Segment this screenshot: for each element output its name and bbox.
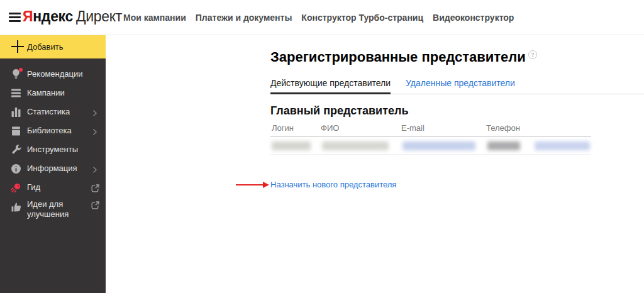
column-header-login: Логин xyxy=(272,123,294,133)
logo-letter: Я xyxy=(23,8,33,25)
sidebar-item-library[interactable]: Библиотека xyxy=(0,121,106,140)
nav-video-builder[interactable]: Видеоконструктор xyxy=(433,13,514,23)
thumbs-up-icon xyxy=(11,202,21,213)
sidebar-item-label: Идеи для улучшения xyxy=(27,199,82,219)
sidebar-item-label: Гид xyxy=(27,182,40,192)
top-navigation: Мои кампании Платежи и документы Констру… xyxy=(123,0,514,35)
external-link-icon xyxy=(91,184,99,191)
sidebar-item-campaigns[interactable]: Кампании xyxy=(0,84,106,102)
redacted-cell-fio xyxy=(322,141,389,150)
notification-dot xyxy=(19,68,23,72)
lightbulb-icon xyxy=(11,69,21,80)
hamburger-menu-icon[interactable] xyxy=(9,13,21,22)
help-icon[interactable]: ? xyxy=(528,50,537,59)
sidebar-item-label: Кампании xyxy=(27,88,65,98)
sidebar-item-statistics[interactable]: Статистика xyxy=(0,102,106,121)
wrench-icon xyxy=(11,145,21,155)
sidebar-item-label: Статистика xyxy=(27,107,70,117)
assign-new-representative-link[interactable]: Назначить нового представителя xyxy=(270,180,396,189)
table-row[interactable] xyxy=(270,137,591,155)
sidebar-item-label: Рекомендации xyxy=(27,69,82,79)
tab-active-representatives[interactable]: Действующие представители xyxy=(270,77,391,94)
info-icon xyxy=(11,163,21,174)
redacted-cell-email xyxy=(402,141,475,150)
top-header: ЯндексДирект Мои кампании Платежи и доку… xyxy=(0,0,644,35)
plus-icon xyxy=(11,40,24,53)
page-title-text: Зарегистрированные представители xyxy=(270,49,526,65)
redacted-cell-login xyxy=(272,141,311,150)
page-title: Зарегистрированные представители? xyxy=(270,49,537,65)
sidebar: Добавить Рекомендации Камп xyxy=(0,35,106,293)
main-content: Зарегистрированные представители? Действ… xyxy=(106,35,644,293)
column-header-fio: ФИО xyxy=(321,123,339,133)
sidebar-item-label: Информация xyxy=(27,163,77,174)
sidebar-item-information[interactable]: Информация xyxy=(0,159,106,178)
guide-comet-icon xyxy=(11,182,21,193)
sidebar-item-label: Инструменты xyxy=(27,145,78,155)
chevron-right-icon xyxy=(91,108,99,116)
logo-brand: ндекс xyxy=(33,8,73,25)
yandex-direct-logo[interactable]: ЯндексДирект xyxy=(23,8,122,25)
external-link-icon xyxy=(91,201,99,208)
sidebar-item-recommendations[interactable]: Рекомендации xyxy=(0,65,106,84)
annotation-arrow-icon xyxy=(236,184,264,185)
add-button-label: Добавить xyxy=(27,42,63,52)
sidebar-item-label: Библиотека xyxy=(27,126,72,136)
bar-chart-icon xyxy=(11,107,21,118)
chevron-right-icon xyxy=(91,165,99,172)
column-header-email: E-mail xyxy=(401,123,425,133)
column-header-phone: Телефон xyxy=(486,123,520,133)
add-button[interactable]: Добавить xyxy=(0,35,106,58)
redacted-cell-phone xyxy=(487,141,520,150)
sidebar-item-tools[interactable]: Инструменты xyxy=(0,140,106,159)
representatives-table: Логин ФИО E-mail Телефон xyxy=(270,123,591,155)
nav-payments-documents[interactable]: Платежи и документы xyxy=(196,13,292,23)
nav-my-campaigns[interactable]: Мои кампании xyxy=(123,13,186,23)
library-icon xyxy=(11,126,21,136)
tab-deleted-representatives[interactable]: Удаленные представители xyxy=(406,77,515,94)
logo-product: Директ xyxy=(76,8,122,25)
chevron-right-icon xyxy=(91,127,99,135)
sidebar-item-guide[interactable]: Гид xyxy=(0,178,106,197)
sidebar-menu: Рекомендации Кампании Статистика xyxy=(0,58,106,226)
tab-bar: Действующие представители Удаленные пред… xyxy=(270,77,644,94)
section-title-main-representative: Главный представитель xyxy=(270,104,409,118)
nav-turbo-pages-builder[interactable]: Конструктор Турбо-страниц xyxy=(301,13,423,23)
sidebar-item-improvement-ideas[interactable]: Идеи для улучшения xyxy=(0,197,106,226)
campaigns-list-icon xyxy=(11,88,21,99)
redacted-cell-phone-2 xyxy=(535,141,590,150)
table-header-row: Логин ФИО E-mail Телефон xyxy=(270,123,591,137)
